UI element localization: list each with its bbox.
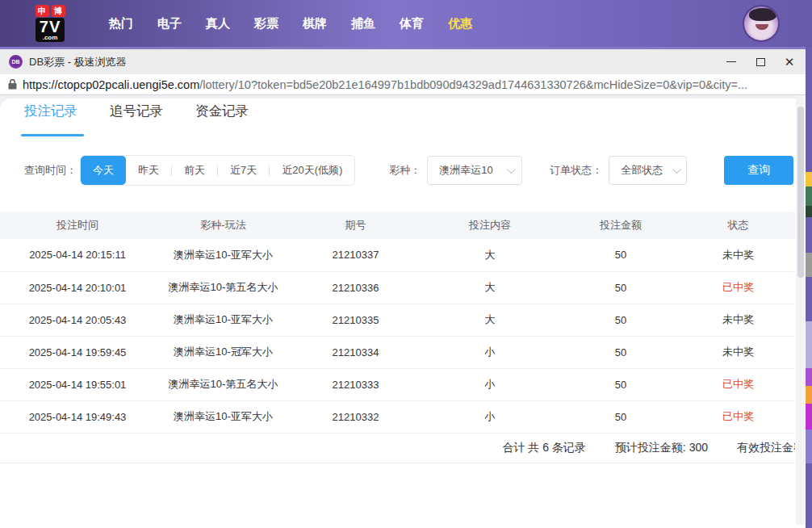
close-icon: ✕ — [785, 56, 795, 68]
cell-issue-number: 21210332 — [291, 400, 420, 433]
order-status-value: 全部状态 — [621, 163, 663, 178]
logo-badges: 申 博 — [36, 5, 65, 17]
logo-main: 7V .com — [36, 18, 65, 42]
summary-valid-amount: 有效投注金额 — [737, 441, 795, 455]
scrollbar-thumb[interactable] — [797, 107, 804, 278]
edge-segment — [806, 321, 812, 368]
address-bar[interactable]: https://ctopcp02pcali.uengi5e.com/lotter… — [0, 74, 806, 95]
tab-资金记录[interactable]: 资金记录 — [195, 103, 249, 130]
column-header-投注金额: 投注金额 — [560, 212, 681, 239]
cell-play-type: 澳洲幸运10-亚军大小 — [155, 239, 291, 271]
time-option-昨天[interactable]: 昨天 — [126, 156, 171, 185]
table-row: 2025-04-14 19:59:45澳洲幸运10-冠军大小21210334小5… — [0, 336, 795, 368]
cell-play-type: 澳洲幸运10-亚军大小 — [155, 304, 291, 336]
edge-segment — [806, 463, 812, 528]
cell-bet-content: 小 — [420, 368, 560, 400]
edge-segment — [806, 386, 812, 404]
column-header-彩种-玩法: 彩种-玩法 — [155, 212, 291, 239]
cell-bet-time: 2025-04-14 19:55:01 — [0, 368, 155, 400]
cell-status: 已中奖 — [681, 400, 795, 433]
cell-bet-time: 2025-04-14 19:49:43 — [0, 400, 155, 433]
cell-issue-number: 21210333 — [291, 368, 420, 400]
url-host: https://ctopcp02pcali.uengi5e.com — [23, 78, 199, 91]
nav-item-棋牌[interactable]: 棋牌 — [291, 8, 339, 40]
cell-status: 已中奖 — [681, 271, 795, 304]
nav-item-真人[interactable]: 真人 — [194, 8, 242, 40]
cell-bet-amount: 50 — [560, 400, 681, 433]
browser-window: DB DB彩票 - 极速浏览器 ✕ https://ctopcp02pcali.… — [0, 47, 806, 528]
edge-segment — [806, 368, 812, 386]
nav-item-捕鱼[interactable]: 捕鱼 — [339, 8, 387, 40]
edge-segment — [806, 277, 812, 321]
site-logo[interactable]: 申 博 7V .com — [24, 5, 76, 42]
vertical-scrollbar[interactable] — [796, 95, 805, 525]
cell-status: 未中奖 — [681, 336, 795, 368]
summary-total: 合计 共 6 条记录 — [502, 441, 585, 455]
cell-bet-amount: 50 — [560, 368, 681, 400]
chevron-down-icon — [672, 165, 681, 174]
nav-item-体育[interactable]: 体育 — [387, 8, 436, 40]
window-controls: ✕ — [717, 49, 804, 74]
cell-bet-time: 2025-04-14 20:15:11 — [0, 239, 155, 271]
casino-nav-items: 热门电子真人彩票棋牌捕鱼体育优惠 — [97, 8, 484, 40]
cell-play-type: 澳洲幸运10-第五名大小 — [155, 368, 291, 400]
logo-brand: 7V — [40, 18, 61, 35]
close-button[interactable]: ✕ — [775, 49, 804, 74]
cell-bet-amount: 50 — [560, 336, 681, 368]
lottery-select-value: 澳洲幸运10 — [439, 163, 492, 178]
cell-issue-number: 21210336 — [291, 271, 420, 304]
cell-bet-amount: 50 — [560, 271, 681, 304]
table-row: 2025-04-14 20:10:01澳洲幸运10-第五名大小21210336大… — [0, 271, 795, 304]
cell-bet-amount: 50 — [560, 304, 681, 336]
time-option-今天[interactable]: 今天 — [81, 156, 126, 185]
column-header-状态: 状态 — [681, 212, 795, 239]
cell-bet-content: 大 — [420, 304, 560, 336]
minimize-button[interactable] — [717, 49, 746, 74]
time-option-前天[interactable]: 前天 — [172, 156, 217, 185]
cell-bet-content: 大 — [420, 239, 560, 271]
cell-bet-content: 小 — [420, 336, 560, 368]
summary-row: 合计 共 6 条记录 预计投注金额: 300 有效投注金额 — [0, 433, 795, 463]
table-body: 2025-04-14 20:15:11澳洲幸运10-亚军大小21210337大5… — [0, 239, 795, 433]
chevron-down-icon — [507, 165, 516, 174]
column-header-投注内容: 投注内容 — [420, 212, 560, 239]
cell-play-type: 澳洲幸运10-第五名大小 — [155, 271, 291, 304]
cell-issue-number: 21210334 — [291, 336, 420, 368]
edge-segment — [806, 172, 812, 186]
lottery-filter-label: 彩种： — [389, 163, 421, 178]
lock-icon — [8, 79, 17, 90]
cell-bet-time: 2025-04-14 19:59:45 — [0, 336, 155, 368]
time-option-近7天[interactable]: 近7天 — [218, 156, 269, 185]
tab-投注记录[interactable]: 投注记录 — [24, 103, 77, 130]
record-tabs: 投注记录追号记录资金记录 — [24, 103, 281, 130]
filter-bar: 查询时间： 今天昨天前天近7天近20天(低频) 彩种： 澳洲幸运10 订单状态：… — [24, 155, 793, 186]
lottery-select[interactable]: 澳洲幸运10 — [427, 156, 522, 185]
cell-status: 已中奖 — [681, 368, 795, 400]
window-title: DB彩票 - 极速浏览器 — [29, 55, 127, 69]
edge-segment — [806, 47, 812, 172]
nav-item-优惠[interactable]: 优惠 — [436, 8, 484, 40]
cell-status: 未中奖 — [681, 304, 795, 336]
logo-badge-2: 博 — [52, 5, 65, 17]
logo-badge-1: 申 — [36, 5, 49, 17]
order-status-select[interactable]: 全部状态 — [609, 156, 687, 185]
table-row: 2025-04-14 19:49:43澳洲幸运10-亚军大小21210332小5… — [0, 400, 795, 433]
table-row: 2025-04-14 20:15:11澳洲幸运10-亚军大小21210337大5… — [0, 239, 795, 271]
minimize-icon — [726, 61, 736, 62]
summary-expected-amount: 预计投注金额: 300 — [615, 441, 708, 455]
browser-titlebar[interactable]: DB DB彩票 - 极速浏览器 ✕ — [0, 47, 806, 74]
table-row: 2025-04-14 19:55:01澳洲幸运10-第五名大小21210333小… — [0, 368, 795, 400]
query-button[interactable]: 查询 — [724, 156, 793, 185]
nav-item-热门[interactable]: 热门 — [97, 8, 145, 40]
lottery-page-content: 投注记录追号记录资金记录 查询时间： 今天昨天前天近7天近20天(低频) 彩种：… — [0, 95, 806, 525]
url-rest: /lottery/10?token=bd5e20b21e164997b1bdb0… — [199, 78, 747, 91]
user-avatar[interactable] — [743, 5, 780, 42]
cell-bet-content: 小 — [420, 400, 560, 433]
cell-bet-time: 2025-04-14 20:10:01 — [0, 271, 155, 304]
cell-bet-time: 2025-04-14 20:05:43 — [0, 304, 155, 336]
tab-追号记录[interactable]: 追号记录 — [110, 103, 163, 130]
maximize-button[interactable] — [746, 49, 775, 74]
time-option-近20天(低频)[interactable]: 近20天(低频) — [270, 156, 354, 185]
nav-item-电子[interactable]: 电子 — [145, 8, 194, 40]
nav-item-彩票[interactable]: 彩票 — [242, 8, 291, 40]
